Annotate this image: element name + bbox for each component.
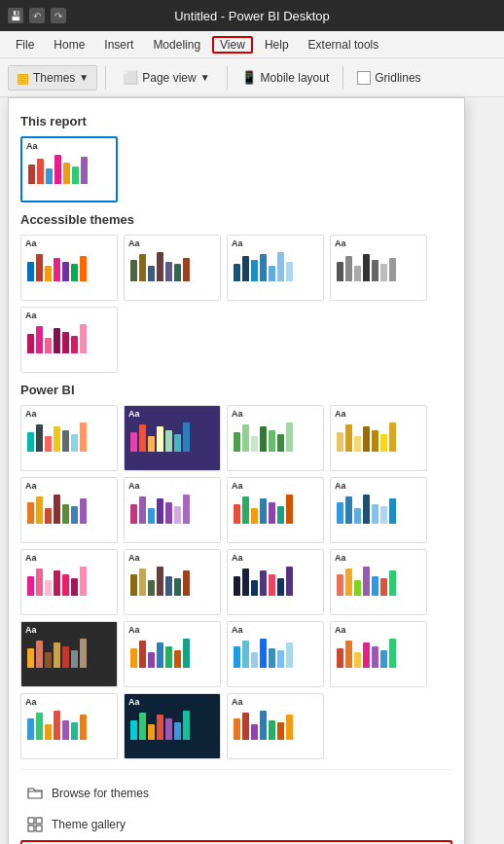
browse-themes-label: Browse for themes (52, 787, 149, 800)
redo-icon[interactable]: ↷ (51, 8, 66, 23)
svg-rect-4 (36, 826, 42, 831)
window-title: Untitled - Power BI Desktop (174, 9, 330, 23)
gridlines-checkbox[interactable] (357, 71, 371, 85)
theme-pbi-7[interactable]: Aa (227, 477, 324, 543)
menu-file[interactable]: File (8, 36, 42, 54)
svg-rect-2 (36, 818, 42, 824)
mobile-layout-label: Mobile layout (261, 71, 330, 85)
menu-bar: File Home Insert Modeling View Help Exte… (0, 31, 504, 58)
browse-themes-item[interactable]: Browse for themes (20, 778, 452, 809)
theme-pbi-2[interactable]: Aa (124, 405, 221, 471)
theme-pbi-5[interactable]: Aa (20, 477, 118, 543)
theme-pbi-19[interactable]: Aa (227, 693, 324, 759)
svg-rect-1 (28, 818, 34, 824)
theme-pbi-14[interactable]: Aa (124, 621, 221, 687)
theme-pbi-9[interactable]: Aa (20, 549, 118, 615)
menu-help[interactable]: Help (257, 36, 297, 54)
power-bi-section-title: Power BI (20, 383, 452, 397)
menu-external-tools[interactable]: External tools (301, 36, 387, 54)
theme-pbi-12[interactable]: Aa (330, 549, 427, 615)
accessible-themes-grid: Aa Aa (20, 235, 452, 373)
theme-pbi-11[interactable]: Aa (227, 549, 324, 615)
undo-icon[interactable]: ↶ (29, 8, 45, 23)
menu-view[interactable]: View (212, 36, 253, 54)
gridlines-label: Gridlines (375, 71, 420, 85)
theme-pbi-15[interactable]: Aa (227, 621, 324, 687)
menu-insert[interactable]: Insert (96, 36, 141, 54)
power-bi-themes-grid: Aa Aa Aa (20, 405, 452, 759)
theme-pbi-8[interactable]: Aa (330, 477, 427, 543)
accessible-themes-section-title: Accessible themes (20, 212, 452, 227)
gridlines-button[interactable]: Gridlines (351, 67, 426, 89)
mobile-layout-button[interactable]: 📱 Mobile layout (235, 66, 336, 89)
theme-pbi-18[interactable]: Aa (124, 693, 221, 759)
menu-modeling[interactable]: Modeling (145, 36, 208, 54)
theme-gallery-item[interactable]: Theme gallery (20, 809, 452, 840)
themes-dropdown: This report Aa Accessible themes Aa (8, 97, 465, 844)
themes-label: Themes (33, 71, 75, 85)
theme-card-accessible-4[interactable]: Aa (330, 235, 427, 301)
theme-card-accessible-2[interactable]: Aa (124, 235, 221, 301)
customize-theme-item[interactable]: Customize current theme (20, 840, 452, 844)
theme-pbi-1[interactable]: Aa (20, 405, 118, 471)
page-view-label: Page view (142, 71, 196, 85)
theme-pbi-4[interactable]: Aa (330, 405, 427, 471)
save-icon[interactable]: 💾 (8, 8, 23, 23)
ribbon-separator-3 (342, 66, 343, 90)
themes-chevron: ▼ (79, 72, 89, 83)
theme-pbi-6[interactable]: Aa (124, 477, 221, 543)
folder-icon (26, 785, 44, 802)
this-report-themes-grid: Aa (20, 136, 452, 202)
ribbon-separator-1 (105, 66, 106, 90)
this-report-section-title: This report (20, 114, 452, 128)
title-bar-icons: 💾 ↶ ↷ (8, 8, 66, 23)
theme-card-accessible-1[interactable]: Aa (20, 235, 118, 301)
theme-pbi-3[interactable]: Aa (227, 405, 324, 471)
theme-gallery-label: Theme gallery (52, 818, 126, 831)
theme-card-current[interactable]: Aa (20, 136, 118, 202)
theme-pbi-17[interactable]: Aa (20, 693, 118, 759)
theme-aa-label: Aa (26, 142, 112, 151)
ribbon: ▦ Themes ▼ ⬜ Page view ▼ 📱 Mobile layout… (0, 58, 504, 97)
gallery-icon (26, 816, 44, 833)
theme-bars (26, 153, 112, 184)
mobile-icon: 📱 (241, 70, 257, 85)
themes-icon: ▦ (17, 70, 29, 86)
page-view-button[interactable]: ⬜ Page view ▼ (114, 65, 218, 90)
theme-pbi-10[interactable]: Aa (124, 549, 221, 615)
menu-home[interactable]: Home (46, 36, 92, 54)
page-view-chevron: ▼ (200, 72, 210, 83)
theme-pbi-13[interactable]: Aa (20, 621, 118, 687)
theme-pbi-16[interactable]: Aa (330, 621, 427, 687)
title-bar: 💾 ↶ ↷ Untitled - Power BI Desktop (0, 0, 504, 31)
theme-card-accessible-3[interactable]: Aa (227, 235, 324, 301)
themes-button[interactable]: ▦ Themes ▼ (8, 65, 97, 91)
ribbon-separator-2 (227, 66, 228, 90)
divider (20, 769, 452, 770)
page-view-icon: ⬜ (123, 70, 138, 85)
svg-rect-3 (28, 826, 34, 831)
theme-card-accessible-5[interactable]: Aa (20, 307, 118, 373)
